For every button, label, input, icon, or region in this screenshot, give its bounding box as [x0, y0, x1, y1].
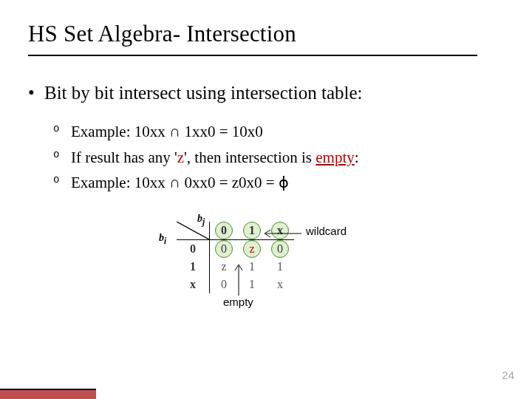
callout-wildcard-text: wildcard	[303, 224, 349, 238]
line2-b: ', then intersection is	[184, 149, 316, 166]
footer-accent-bar	[0, 389, 96, 399]
cell-x-x: x	[266, 276, 294, 293]
example1-formula: 10xx ∩ 1xx0 = 10x0	[134, 123, 263, 140]
bullet1-text: Bit by bit intersect using intersection …	[44, 83, 362, 103]
sub-item-1: Example: 10xx ∩ 1xx0 = 10x0	[71, 120, 507, 144]
example1-label: Example:	[71, 123, 134, 140]
line2-c: :	[355, 149, 359, 166]
cell-0-0: 0	[210, 240, 239, 259]
col-header-0: 0	[210, 222, 239, 240]
bullet-level1: •Bit by bit intersect using intersection…	[28, 81, 507, 104]
callout-wildcard: wildcard	[303, 225, 349, 237]
bi-label: bi	[159, 232, 166, 246]
line2-a: If result has any '	[71, 149, 177, 166]
sub-item-3: Example: 10xx ∩ 0xx0 = z0x0 = ϕ	[71, 171, 507, 195]
body: •Bit by bit intersect using intersection…	[28, 81, 507, 211]
slide-title: HS Set Algebra- Intersection	[28, 21, 296, 47]
cell-0-1: z	[238, 240, 266, 259]
row-header-x: x	[177, 276, 210, 293]
example2-formula: 10xx ∩ 0xx0 = z0x0 = ϕ	[134, 174, 289, 191]
arrow-up-icon	[228, 260, 250, 299]
sub-bullets: Example: 10xx ∩ 1xx0 = 10x0 If result ha…	[71, 120, 507, 195]
cell-1-x: 1	[266, 258, 294, 276]
svg-line-0	[177, 222, 209, 239]
bullet-dot-icon: •	[28, 81, 44, 104]
example2-label: Example:	[71, 174, 134, 191]
line2-empty: empty	[316, 149, 355, 166]
arrow-icon	[262, 226, 306, 241]
cell-0-x: 0	[266, 240, 294, 259]
page-number: 24	[502, 369, 514, 381]
sub-item-2: If result has any 'z', then intersection…	[71, 146, 507, 170]
row-header-0: 0	[177, 240, 210, 259]
row-header-1: 1	[177, 258, 210, 276]
line2-z: z	[177, 149, 184, 166]
callout-empty: empty	[220, 296, 256, 308]
title-underline	[28, 55, 477, 56]
header-diagonal	[177, 222, 210, 240]
